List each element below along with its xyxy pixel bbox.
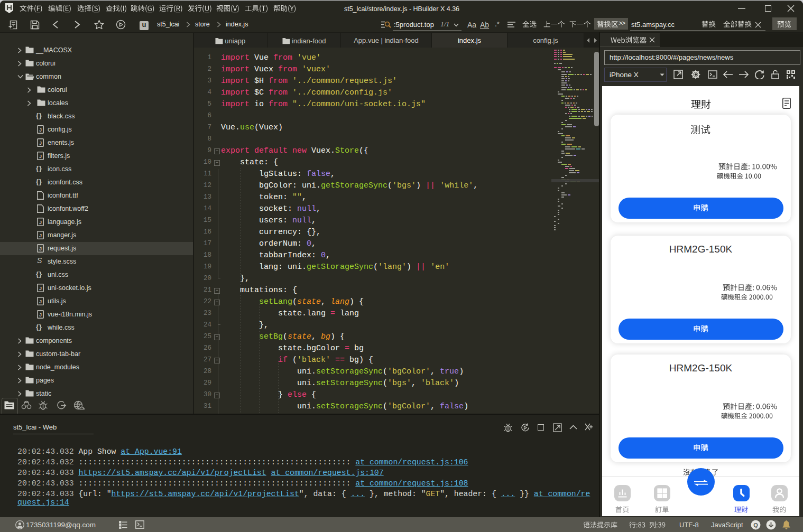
svg-text:J: J [39, 312, 42, 318]
svg-text:J: J [39, 299, 42, 304]
svg-text:J: J [39, 127, 42, 133]
svg-text:J: J [39, 154, 42, 159]
svg-text:J: J [39, 286, 42, 291]
svg-text:J: J [39, 246, 42, 251]
svg-text:J: J [39, 233, 42, 238]
svg-text:J: J [39, 220, 42, 225]
svg-text:J: J [39, 141, 42, 146]
svg-text:Q: Q [753, 522, 758, 528]
